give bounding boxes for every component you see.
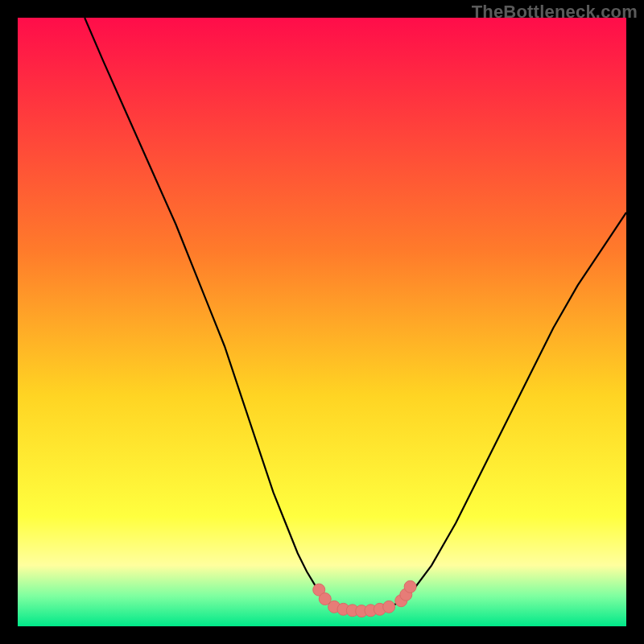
gradient-background <box>18 18 626 626</box>
chart-svg <box>18 18 626 626</box>
watermark-text: TheBottleneck.com <box>472 2 638 23</box>
chart-frame: TheBottleneck.com <box>0 0 644 644</box>
highlight-marker <box>404 580 416 592</box>
chart-plot-area <box>18 18 626 626</box>
highlight-marker <box>383 601 395 613</box>
